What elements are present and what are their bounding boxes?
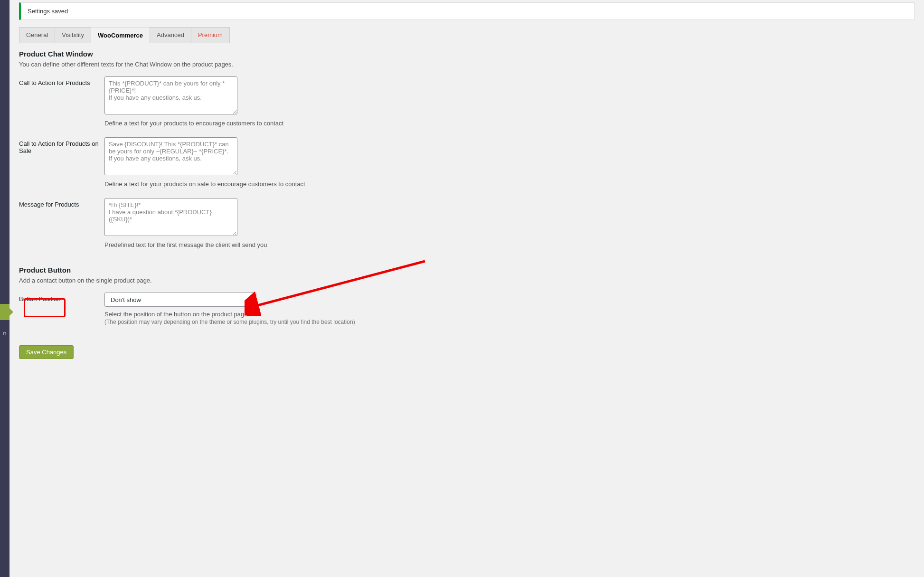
- button-position-help: Select the position of the button on the…: [104, 311, 355, 318]
- sidebar-fragment: n: [0, 330, 9, 337]
- cta-products-help: Define a text for your products to encou…: [104, 120, 283, 127]
- msg-products-textarea[interactable]: [104, 198, 237, 236]
- notice-text: Settings saved: [28, 8, 68, 15]
- tab-general[interactable]: General: [19, 27, 55, 43]
- tab-woocommerce[interactable]: WooCommerce: [91, 28, 150, 43]
- settings-tabs: General Visibility WooCommerce Advanced …: [19, 27, 915, 43]
- cta-products-label: Call to Action for Products: [19, 76, 104, 86]
- cta-sale-textarea[interactable]: [104, 137, 237, 175]
- admin-sidebar: n: [0, 0, 9, 577]
- button-position-select[interactable]: Don't show: [104, 293, 256, 307]
- msg-products-help: Predefined text for the first message th…: [104, 241, 267, 248]
- button-position-label: Button Position: [19, 293, 104, 303]
- section-divider: [19, 259, 915, 259]
- tab-advanced[interactable]: Advanced: [150, 27, 191, 43]
- save-changes-button[interactable]: Save Changes: [19, 345, 74, 359]
- button-position-help-sub: (The position may vary depending on the …: [104, 319, 355, 325]
- settings-saved-notice: Settings saved: [19, 2, 915, 20]
- sidebar-active-indicator: [0, 304, 9, 320]
- section-product-button-desc: Add a contact button on the single produ…: [19, 277, 915, 284]
- section-product-chat-title: Product Chat Window: [19, 50, 915, 58]
- msg-products-label: Message for Products: [19, 198, 104, 208]
- cta-sale-label: Call to Action for Products on Sale: [19, 137, 104, 154]
- cta-sale-help: Define a text for your products on sale …: [104, 180, 305, 188]
- tab-visibility[interactable]: Visibility: [55, 27, 91, 43]
- section-product-button-title: Product Button: [19, 266, 915, 274]
- cta-products-textarea[interactable]: [104, 76, 237, 114]
- tab-premium[interactable]: Premium: [191, 27, 230, 43]
- section-product-chat-desc: You can define other different texts for…: [19, 61, 915, 68]
